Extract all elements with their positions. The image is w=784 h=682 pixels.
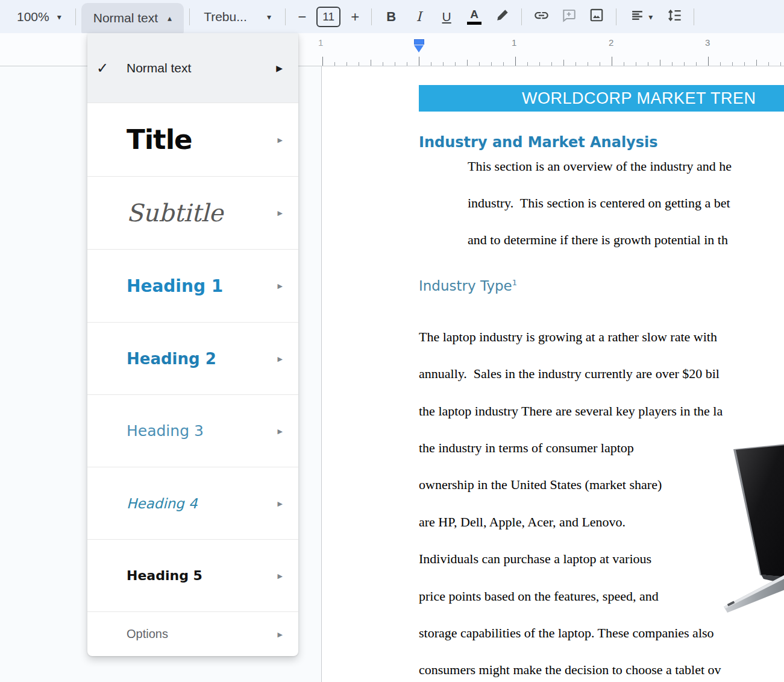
paragraph-styles-menu: ✓ Normal text ▶ Title ▶ Subtitle ▶ Headi… (87, 33, 298, 656)
chevron-down-icon: ▾ (267, 12, 271, 22)
ruler-number: 1 (512, 37, 516, 48)
submenu-arrow-icon: ▶ (278, 499, 283, 507)
toolbar-divider (189, 8, 190, 25)
paragraph-line[interactable]: The laptop industry is growing at a rath… (419, 329, 717, 347)
page-left-border (321, 66, 322, 682)
style-menu-item-label: Heading 5 (127, 568, 202, 583)
style-menu-item-label: Title (127, 124, 192, 156)
decrease-font-size-button[interactable]: − (291, 4, 313, 30)
submenu-arrow-icon: ▶ (278, 355, 283, 362)
underline-button[interactable]: U (433, 4, 460, 30)
font-family-select[interactable]: Trebu... ▾ (195, 4, 280, 30)
style-menu-item-normal-text[interactable]: ✓ Normal text ▶ (87, 33, 298, 103)
paragraph-line[interactable]: ownership in the United States (market s… (419, 477, 662, 495)
style-menu-item-label: Subtitle (127, 199, 223, 227)
font-family-value: Trebu... (204, 10, 247, 24)
toolbar-divider (616, 8, 616, 25)
toolbar-divider (75, 8, 76, 25)
style-menu-item-label: Normal text (127, 61, 191, 75)
subsection-heading[interactable]: Industry Type1 (419, 278, 517, 294)
add-comment-button[interactable] (555, 4, 583, 30)
paragraph-style-select[interactable]: Normal text ▴ (81, 3, 184, 33)
comment-add-icon (561, 7, 577, 26)
indent-marker[interactable] (414, 39, 424, 52)
image-icon (589, 7, 604, 26)
toolbar-divider (285, 8, 286, 25)
style-menu-item-subtitle[interactable]: Subtitle ▶ (87, 176, 298, 249)
insert-link-button[interactable] (527, 4, 555, 30)
chevron-down-icon: ▾ (648, 12, 653, 22)
submenu-arrow-icon: ▶ (276, 63, 283, 73)
footnote-reference[interactable]: 1 (512, 278, 517, 287)
paragraph-line[interactable]: industry. This section is centered on ge… (468, 195, 730, 213)
toolbar-divider (694, 8, 694, 25)
ruler-number: 3 (705, 37, 710, 48)
highlight-button[interactable] (488, 4, 516, 30)
paragraph-line[interactable]: storage capabilities of the laptop. Thes… (419, 625, 714, 643)
text-color-label: A (470, 8, 478, 21)
style-menu-item-label: Heading 2 (127, 350, 216, 368)
zoom-value: 100% (17, 10, 49, 24)
laptop-image[interactable] (720, 442, 784, 619)
style-menu-item-heading-2[interactable]: Heading 2 ▶ (87, 322, 298, 394)
banner-title-text: WORLDCORP MARKET TREN (522, 85, 756, 112)
paragraph-line[interactable]: are HP, Dell, Apple, Acer, and Lenovo. (419, 514, 626, 532)
paragraph-line[interactable]: the industry in terms of consumer laptop (419, 440, 634, 458)
paragraph-line[interactable]: and to determine if there is growth pote… (468, 232, 728, 250)
chevron-down-icon: ▾ (57, 12, 61, 22)
toolbar-divider (521, 8, 522, 25)
paragraph-line[interactable]: Individuals can purchase a laptop at var… (419, 551, 651, 569)
chevron-up-icon: ▴ (168, 13, 172, 23)
line-spacing-button[interactable] (660, 4, 688, 30)
style-menu-item-heading-1[interactable]: Heading 1 ▶ (87, 249, 298, 322)
document-page[interactable]: WORLDCORP MARKET TREN Industry and Marke… (322, 66, 784, 682)
toolbar-divider (371, 8, 372, 25)
toolbar: 100% ▾ Normal text ▴ Trebu... ▾ − 11 + B… (0, 0, 784, 33)
style-menu-item-label: Heading 1 (127, 276, 223, 296)
style-menu-item-title[interactable]: Title ▶ (87, 103, 298, 176)
paragraph-line[interactable]: price points based on the features, spee… (419, 589, 659, 607)
insert-image-button[interactable] (583, 4, 610, 30)
submenu-arrow-icon: ▶ (278, 630, 283, 638)
document-title-banner[interactable]: WORLDCORP MARKET TREN (419, 85, 784, 112)
line-spacing-icon (666, 7, 683, 27)
ruler-number: 2 (609, 37, 613, 48)
paragraph-line[interactable]: the laptop industry There are several ke… (419, 403, 723, 422)
style-menu-item-heading-5[interactable]: Heading 5 ▶ (87, 539, 298, 611)
left-indent-marker[interactable] (414, 45, 424, 52)
subsection-heading-text: Industry Type (419, 278, 512, 294)
paragraph-line[interactable]: annually. Sales in the industry currentl… (419, 366, 720, 384)
increase-font-size-button[interactable]: + (344, 4, 366, 30)
paragraph-line[interactable]: consumers might make the decision to cho… (419, 662, 721, 680)
style-menu-item-heading-4[interactable]: Heading 4 ▶ (87, 467, 298, 539)
style-menu-item-options[interactable]: Options ▶ (87, 611, 298, 656)
checkmark-icon: ✓ (96, 60, 108, 77)
paragraph-line[interactable]: This section is an overview of the indus… (468, 159, 732, 177)
ruler-ticks (321, 57, 784, 66)
ruler-number: 1 (318, 37, 323, 48)
bold-button[interactable]: B (377, 4, 405, 30)
text-color-swatch (467, 22, 481, 25)
italic-button[interactable]: I (405, 4, 433, 30)
submenu-arrow-icon: ▶ (278, 572, 283, 579)
highlighter-icon (495, 8, 510, 26)
submenu-arrow-icon: ▶ (278, 282, 283, 290)
paragraph-style-value: Normal text (93, 11, 158, 25)
text-color-button[interactable]: A (460, 4, 488, 30)
font-size-input[interactable]: 11 (316, 7, 340, 27)
submenu-arrow-icon: ▶ (278, 209, 283, 217)
align-button[interactable]: ▾ (622, 4, 660, 30)
style-menu-item-label: Options (127, 627, 168, 641)
section-heading[interactable]: Industry and Market Analysis (419, 134, 658, 151)
style-menu-item-label: Heading 4 (127, 496, 198, 511)
submenu-arrow-icon: ▶ (278, 427, 283, 435)
link-icon (533, 7, 550, 27)
style-menu-item-label: Heading 3 (127, 422, 204, 440)
align-left-icon (630, 8, 645, 26)
style-menu-item-heading-3[interactable]: Heading 3 ▶ (87, 394, 298, 467)
submenu-arrow-icon: ▶ (278, 136, 283, 144)
zoom-select[interactable]: 100% ▾ (8, 4, 70, 30)
first-line-indent-marker[interactable] (414, 39, 424, 45)
